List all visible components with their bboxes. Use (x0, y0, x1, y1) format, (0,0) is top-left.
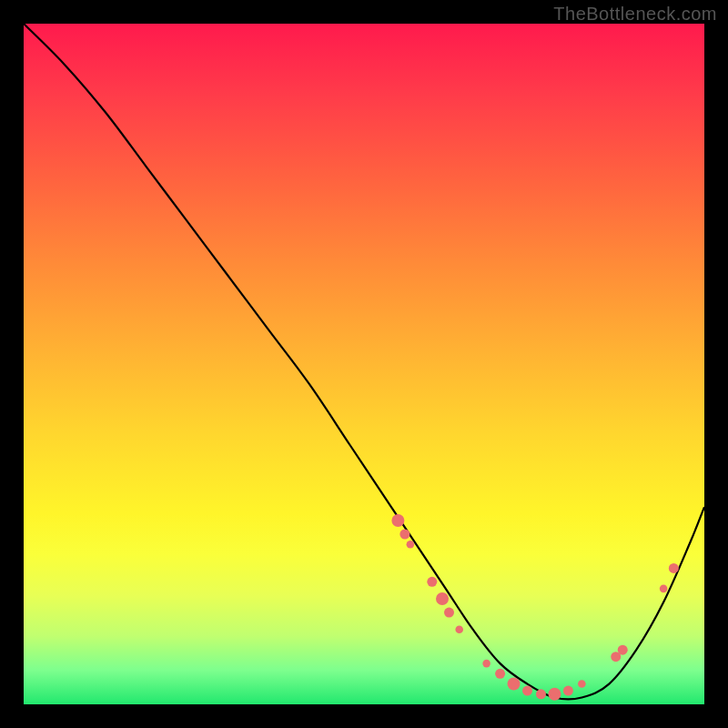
data-point-marker (578, 680, 586, 688)
data-point-marker (563, 686, 573, 696)
data-point-marker (495, 669, 505, 679)
data-point-marker (536, 689, 546, 699)
data-point-marker (508, 678, 521, 691)
data-point-marker (427, 577, 437, 587)
data-point-marker (522, 686, 532, 696)
chart-plot-area (24, 24, 704, 704)
data-point-marker (444, 608, 454, 618)
data-point-marker (618, 645, 628, 655)
data-point-marker (399, 530, 410, 540)
data-point-marker (407, 541, 415, 549)
data-point-marker (455, 625, 463, 633)
bottleneck-curve-line (24, 24, 704, 700)
data-point-marker (669, 563, 679, 573)
chart-svg (24, 24, 704, 704)
data-point-marker (482, 660, 490, 668)
data-point-markers (391, 514, 678, 701)
watermark-text: TheBottleneck.com (553, 4, 717, 25)
data-point-marker (660, 585, 668, 593)
data-point-marker (436, 592, 449, 605)
data-point-marker (548, 688, 561, 701)
data-point-marker (391, 514, 404, 527)
